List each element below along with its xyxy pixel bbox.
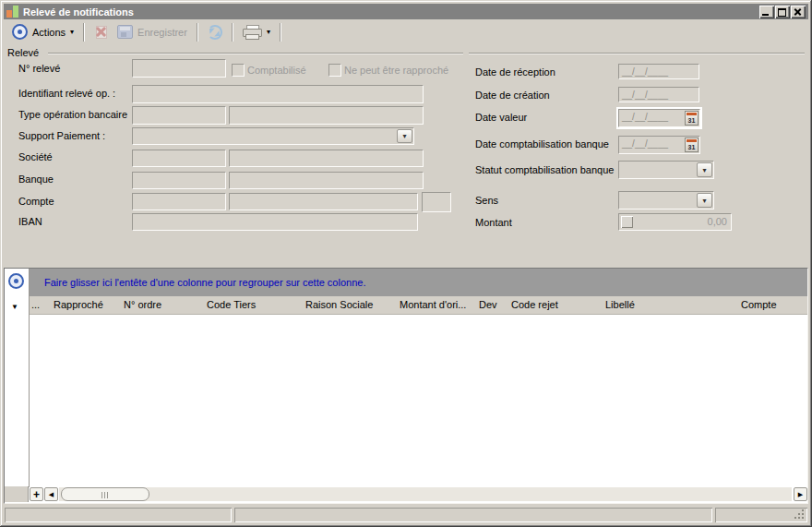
calendar-icon[interactable]: 31: [685, 138, 699, 152]
statut-compta-combobox[interactable]: ▾: [618, 161, 714, 179]
type-operation-libelle-input[interactable]: [229, 106, 424, 125]
row-filter-button[interactable]: ▼: [11, 303, 18, 311]
toolbar-separator: [83, 23, 85, 42]
iban-input[interactable]: [132, 213, 418, 231]
refresh-icon: [208, 25, 222, 40]
comptabilise-label: Comptabilisé: [247, 65, 306, 76]
grid-body[interactable]: [30, 315, 807, 487]
column-header-montant-origine[interactable]: Montant d'ori...: [400, 296, 466, 314]
compte-code-input[interactable]: [132, 193, 226, 210]
date-placeholder: __/__/____: [619, 88, 699, 102]
comptabilise-checkbox[interactable]: [232, 64, 245, 77]
chevron-down-icon[interactable]: ▾: [697, 193, 712, 208]
date-placeholder: __/__/____: [619, 65, 699, 78]
column-header-raison-sociale[interactable]: Raison Sociale: [305, 296, 373, 314]
toolbar-separator: [232, 23, 233, 42]
add-row-button[interactable]: +: [30, 487, 43, 501]
minimize-button[interactable]: [759, 6, 774, 18]
maximize-icon: [778, 8, 786, 17]
date-valeur-input[interactable]: __/__/____ 31: [618, 109, 700, 127]
delete-icon: [94, 26, 108, 38]
left-arrow-icon: ◀: [49, 491, 54, 498]
banque-code-input[interactable]: [132, 172, 226, 189]
column-header-dev[interactable]: Dev: [479, 296, 497, 314]
group-line: [469, 53, 805, 54]
column-header-ordre[interactable]: N° ordre: [124, 296, 161, 314]
column-header-compte[interactable]: Compte: [741, 296, 777, 314]
close-button[interactable]: [791, 6, 806, 18]
date-compta-label: Date comptabilisation banque: [475, 138, 609, 150]
releve-form: Relevé N° relevé Identifiant relevé op. …: [4, 44, 808, 268]
scroll-right-button[interactable]: ▶: [794, 487, 807, 501]
societe-code-input[interactable]: [132, 150, 226, 167]
bullseye-icon: [12, 24, 28, 40]
toolbar-separator: [280, 23, 281, 42]
refresh-button[interactable]: [203, 22, 227, 42]
statut-compta-label: Statut comptabilisation banque: [475, 164, 614, 175]
save-button[interactable]: Enregistrer: [113, 22, 192, 42]
minimize-icon: [762, 14, 769, 16]
support-paiement-label: Support Paiement :: [18, 130, 105, 141]
chevron-down-icon: ▾: [267, 28, 270, 36]
date-reception-input[interactable]: __/__/____: [618, 64, 699, 79]
column-header-rapproche[interactable]: Rapproché: [54, 296, 103, 314]
group-by-hint: Faire glisser ici l'entête d'une colonne…: [44, 277, 365, 288]
toolbar: Actions ▾ Enregistrer ▾: [4, 19, 808, 44]
delete-button[interactable]: [90, 22, 113, 42]
scrollbar-thumb[interactable]: [61, 487, 149, 501]
column-header-code-rejet[interactable]: Code rejet: [511, 296, 558, 314]
close-icon: [791, 6, 806, 18]
montant-value: 0,00: [708, 216, 727, 227]
group-by-bar[interactable]: Faire glisser ici l'entête d'une colonne…: [30, 269, 807, 296]
status-panel: [5, 508, 232, 522]
right-arrow-icon: ▶: [798, 491, 803, 498]
calendar-icon[interactable]: 31: [685, 111, 699, 126]
compte-libelle-input[interactable]: [229, 193, 418, 210]
group-line: [48, 53, 463, 54]
support-paiement-combobox[interactable]: ▾: [132, 127, 414, 145]
montant-expand-button[interactable]: [621, 216, 633, 228]
print-button[interactable]: [238, 22, 267, 42]
status-panel: [234, 508, 712, 522]
status-panel: [715, 508, 807, 522]
num-releve-input[interactable]: [132, 59, 226, 78]
compte-label: Compte: [18, 196, 54, 207]
scrollbar-track[interactable]: [59, 487, 792, 501]
sens-combobox[interactable]: ▾: [618, 191, 714, 210]
chevron-down-icon[interactable]: ▾: [397, 129, 412, 143]
societe-label: Société: [18, 151, 53, 162]
scroll-left-button[interactable]: ◀: [44, 487, 58, 501]
compte-cle-input[interactable]: [422, 192, 451, 212]
banque-libelle-input[interactable]: [229, 172, 424, 189]
montant-label: Montant: [475, 217, 512, 228]
column-header-libelle[interactable]: Libellé: [605, 296, 635, 314]
window-controls: [759, 6, 806, 18]
actions-button[interactable]: Actions ▾: [7, 22, 78, 42]
resize-grip[interactable]: [794, 509, 806, 521]
app-icon: [6, 6, 19, 18]
date-compta-input[interactable]: __/__/____ 31: [618, 136, 700, 154]
maximize-button[interactable]: [775, 6, 790, 18]
grid-corner: [5, 486, 29, 502]
grid-side-column: ▼: [5, 269, 30, 487]
chevron-down-icon[interactable]: ▾: [697, 162, 712, 177]
grid-horizontal-scrollbar: + ◀ ▶: [5, 486, 807, 502]
chevron-down-icon: ▾: [70, 28, 74, 36]
print-options-button[interactable]: ▾: [267, 22, 275, 42]
save-icon: [117, 25, 133, 39]
column-header-code-tiers[interactable]: Code Tiers: [207, 296, 256, 314]
column-header-more[interactable]: ...: [31, 296, 40, 314]
date-creation-input[interactable]: __/__/____: [618, 87, 699, 102]
type-operation-code-input[interactable]: [132, 106, 226, 125]
ne-peut-label: Ne peut être rapproché: [344, 65, 448, 76]
ne-peut-checkbox[interactable]: [328, 64, 341, 77]
toolbar-separator: [197, 23, 198, 42]
banque-label: Banque: [18, 174, 54, 185]
date-reception-label: Date de réception: [475, 66, 555, 78]
montant-input[interactable]: 0,00: [618, 213, 732, 231]
societe-libelle-input[interactable]: [229, 150, 424, 167]
type-operation-label: Type opération bancaire: [18, 109, 127, 120]
notifications-grid: ▼ Faire glisser ici l'entête d'une colon…: [4, 268, 808, 504]
actions-label: Actions: [32, 27, 66, 38]
identifiant-input[interactable]: [132, 85, 424, 103]
